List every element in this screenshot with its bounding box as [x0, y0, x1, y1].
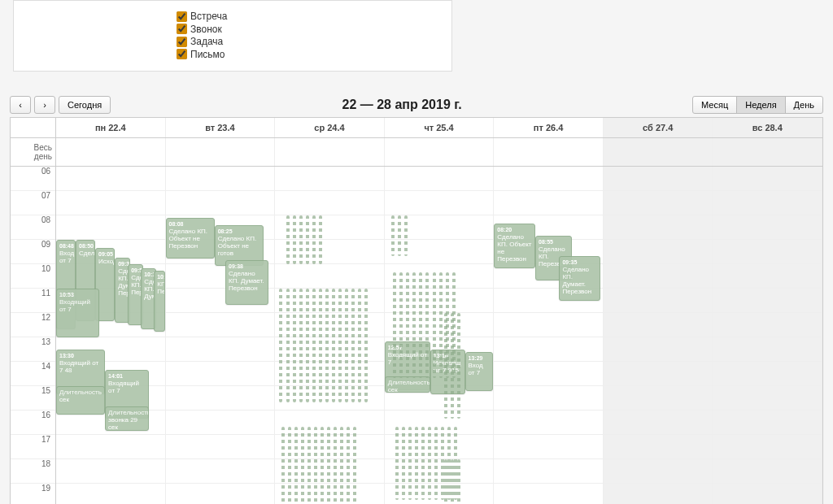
- hour-cell[interactable]: [166, 484, 275, 504]
- event-stripe[interactable]: [306, 215, 309, 264]
- hour-cell[interactable]: [713, 459, 822, 484]
- event-stripe[interactable]: [286, 215, 290, 264]
- event-stripe[interactable]: [444, 459, 447, 504]
- event-stripe[interactable]: [319, 215, 322, 264]
- hour-cell[interactable]: [713, 386, 822, 411]
- event-stripe[interactable]: [347, 427, 350, 504]
- day-header[interactable]: вт 23.4: [166, 118, 276, 137]
- event-stripe[interactable]: [421, 427, 425, 500]
- event-stripe[interactable]: [319, 289, 322, 402]
- event-stripe[interactable]: [338, 289, 342, 402]
- event-stripe[interactable]: [393, 272, 396, 378]
- hour-cell[interactable]: [275, 240, 384, 264]
- hour-cell[interactable]: [56, 484, 165, 504]
- hour-cell[interactable]: [385, 484, 494, 504]
- event-stripe[interactable]: [281, 427, 285, 504]
- hour-cell[interactable]: [56, 215, 165, 240]
- event-stripe[interactable]: [340, 427, 343, 504]
- allday-cell[interactable]: [385, 138, 495, 166]
- filter-task[interactable]: Задача: [177, 36, 223, 47]
- day-column[interactable]: 12:57Входящий от 713:16Исходящ на 7 9151…: [385, 167, 495, 504]
- filter-meeting[interactable]: Встреча: [177, 11, 227, 22]
- calendar-event[interactable]: 10:28КП Пер: [154, 271, 164, 332]
- hour-cell[interactable]: [713, 289, 822, 313]
- event-stripe[interactable]: [334, 427, 337, 504]
- hour-cell[interactable]: [385, 191, 494, 215]
- hour-cell[interactable]: [494, 459, 603, 484]
- day-header[interactable]: пт 26.4: [494, 118, 604, 137]
- allday-cell[interactable]: [604, 138, 713, 166]
- event-stripe[interactable]: [299, 215, 303, 264]
- hour-cell[interactable]: [604, 484, 713, 504]
- hour-cell[interactable]: [166, 313, 275, 337]
- hour-cell[interactable]: [713, 167, 822, 191]
- event-stripe[interactable]: [312, 215, 316, 264]
- view-day-button[interactable]: День: [785, 96, 823, 114]
- hour-cell[interactable]: [494, 386, 603, 411]
- hour-cell[interactable]: [604, 435, 713, 459]
- calendar-event[interactable]: 08:08Сделано КП. Объект не Перезвон: [166, 218, 215, 259]
- hour-cell[interactable]: [494, 411, 603, 435]
- filter-task-checkbox[interactable]: [177, 37, 187, 47]
- hour-cell[interactable]: [494, 337, 603, 362]
- event-stripe[interactable]: [294, 427, 298, 504]
- view-month-button[interactable]: Месяц: [692, 96, 737, 114]
- event-stripe[interactable]: [332, 289, 335, 402]
- filter-call[interactable]: Звонок: [177, 24, 222, 35]
- allday-cell[interactable]: [166, 138, 276, 166]
- event-stripe[interactable]: [412, 272, 416, 378]
- event-stripe[interactable]: [428, 427, 431, 500]
- hour-cell[interactable]: [275, 337, 384, 362]
- hour-cell[interactable]: [713, 215, 822, 240]
- event-stripe[interactable]: [439, 272, 443, 378]
- hour-cell[interactable]: [494, 167, 603, 191]
- event-stripe[interactable]: [419, 272, 422, 378]
- hour-cell[interactable]: [385, 411, 494, 435]
- event-stripe[interactable]: [425, 272, 429, 378]
- hour-cell[interactable]: [56, 167, 165, 191]
- event-stripe[interactable]: [451, 313, 454, 419]
- event-stripe[interactable]: [312, 289, 316, 402]
- hour-cell[interactable]: [713, 411, 822, 435]
- filter-call-checkbox[interactable]: [177, 24, 187, 34]
- hour-cell[interactable]: [275, 289, 384, 313]
- day-column[interactable]: [275, 167, 385, 504]
- allday-cell[interactable]: [494, 138, 604, 166]
- hour-cell[interactable]: [713, 484, 822, 504]
- hour-cell[interactable]: [275, 386, 384, 411]
- event-stripe[interactable]: [288, 427, 291, 504]
- day-header[interactable]: вс 28.4: [713, 118, 822, 137]
- calendar-event[interactable]: 08:20Сделано КП. Объект не Перезвон: [494, 224, 535, 268]
- day-column[interactable]: [604, 167, 713, 504]
- hour-cell[interactable]: [385, 435, 494, 459]
- hour-cell[interactable]: [713, 240, 822, 264]
- calendar-event[interactable]: 09:38Сделано КП. Думает. Перезвон: [225, 260, 268, 305]
- hour-cell[interactable]: [713, 313, 822, 337]
- event-stripe[interactable]: [307, 427, 311, 504]
- hour-cell[interactable]: [494, 362, 603, 386]
- calendar-event[interactable]: 09:35Сделано КП. Думает. Перезвон: [559, 256, 600, 301]
- event-stripe[interactable]: [299, 289, 303, 402]
- hour-cell[interactable]: [275, 313, 384, 337]
- hour-cell[interactable]: [385, 167, 494, 191]
- event-stripe[interactable]: [345, 289, 348, 402]
- hour-cell[interactable]: [494, 435, 603, 459]
- hour-cell[interactable]: [166, 411, 275, 435]
- allday-cell[interactable]: [56, 138, 166, 166]
- event-stripe[interactable]: [404, 215, 408, 256]
- event-stripe[interactable]: [306, 289, 309, 402]
- hour-cell[interactable]: [166, 435, 275, 459]
- event-stripe[interactable]: [399, 272, 403, 378]
- event-stripe[interactable]: [406, 272, 409, 378]
- hour-cell[interactable]: [604, 337, 713, 362]
- event-stripe[interactable]: [398, 215, 401, 256]
- event-stripe[interactable]: [321, 427, 324, 504]
- hour-cell[interactable]: [604, 240, 713, 264]
- hour-cell[interactable]: [166, 362, 275, 386]
- day-column[interactable]: 08:20Сделано КП. Объект не Перезвон08:55…: [494, 167, 604, 504]
- hour-cell[interactable]: [604, 362, 713, 386]
- event-stripe[interactable]: [279, 289, 282, 402]
- hour-cell[interactable]: [275, 362, 384, 386]
- event-stripe[interactable]: [391, 215, 395, 256]
- hour-cell[interactable]: [604, 215, 713, 240]
